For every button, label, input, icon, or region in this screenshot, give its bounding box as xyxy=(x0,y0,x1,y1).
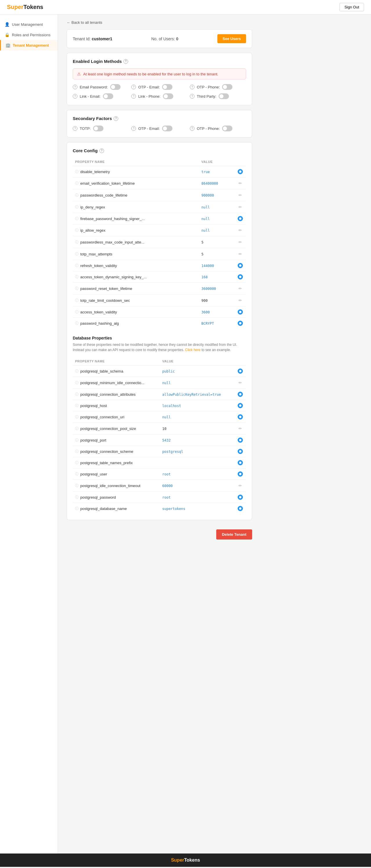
toggle-sf-otp-phone-switch[interactable] xyxy=(222,126,233,131)
toggle-otp-phone-switch[interactable] xyxy=(222,84,233,90)
prop-value-text: null xyxy=(202,217,210,221)
table-row: ⓘ postgresql_connection_uri null xyxy=(73,411,246,423)
radio-button[interactable] xyxy=(238,321,243,326)
info-circle-icon: ⓘ xyxy=(75,181,79,186)
lock-icon: 🔒 xyxy=(5,32,9,37)
info-icon-oe[interactable]: ? xyxy=(131,85,136,89)
toggle-third-party-switch[interactable] xyxy=(219,93,229,99)
edit-button[interactable]: ✏ xyxy=(237,204,243,210)
delete-tenant-button[interactable]: Delete Tenant xyxy=(216,529,252,539)
radio-button[interactable] xyxy=(238,471,243,476)
help-icon-sf[interactable]: ? xyxy=(114,116,118,121)
help-icon-login[interactable]: ? xyxy=(123,59,128,64)
users-count: 0 xyxy=(176,36,179,41)
secondary-factors-card: Secondary Factors ? ? TOTP: ? OTP - Emai… xyxy=(67,110,252,137)
info-icon-op[interactable]: ? xyxy=(190,85,194,89)
table-row: ⓘ postgresql_table_schema public xyxy=(73,366,246,377)
toggle-slider xyxy=(222,126,233,131)
radio-button[interactable] xyxy=(238,495,243,500)
radio-button[interactable] xyxy=(238,414,243,420)
edit-button[interactable]: ✏ xyxy=(237,227,243,233)
toggle-slider xyxy=(103,93,113,99)
info-circle-icon: ⓘ xyxy=(75,228,79,233)
back-link[interactable]: ← Back to all tenants xyxy=(67,20,252,25)
prop-value-text: supertokens xyxy=(162,507,185,511)
radio-button[interactable] xyxy=(238,216,243,221)
toggle-link-phone-switch[interactable] xyxy=(163,93,173,99)
edit-button[interactable]: ✏ xyxy=(237,192,243,198)
toggle-email-password-switch[interactable] xyxy=(110,84,121,90)
radio-button[interactable] xyxy=(238,506,243,511)
radio-button[interactable] xyxy=(238,449,243,454)
info-icon-le[interactable]: ? xyxy=(73,94,78,99)
toggle-third-party: ? Third Party: xyxy=(190,93,246,99)
prop-name-text: postgresql_database_name xyxy=(80,506,127,511)
radio-dot xyxy=(239,496,242,498)
info-icon-ep[interactable]: ? xyxy=(73,85,78,89)
edit-button[interactable]: ✏ xyxy=(237,426,243,431)
table-row: ⓘ postgresql_table_names_prefix xyxy=(73,457,246,468)
radio-dot xyxy=(239,473,242,475)
prop-name-text: ip_allow_regex xyxy=(80,228,105,232)
toggle-otp-phone: ? OTP - Phone: xyxy=(190,84,246,90)
radio-button[interactable] xyxy=(238,403,243,408)
prop-name-text: totp_max_attempts xyxy=(80,252,113,256)
prop-value-text: public xyxy=(162,369,175,373)
tenant-id: Tenant Id: customer1 xyxy=(73,36,112,41)
edit-button[interactable]: ✏ xyxy=(237,298,243,303)
radio-button[interactable] xyxy=(238,169,243,174)
sign-out-button[interactable]: Sign Out xyxy=(339,3,364,11)
radio-dot xyxy=(239,393,242,396)
radio-button[interactable] xyxy=(238,369,243,374)
radio-button[interactable] xyxy=(238,309,243,315)
prop-value-text: root xyxy=(162,495,171,499)
table-row: ⓘ totp_rate_limit_cooldown_sec 900✏ xyxy=(73,294,246,306)
toggle-otp-email-switch[interactable] xyxy=(162,84,173,90)
radio-button[interactable] xyxy=(238,274,243,279)
sidebar-item-roles-permissions[interactable]: 🔒 Roles and Permissions xyxy=(0,30,58,40)
toggle-link-email-switch[interactable] xyxy=(103,93,113,99)
radio-button[interactable] xyxy=(238,437,243,443)
prop-name: ⓘ passwordless_max_code_input_atte... xyxy=(75,240,197,245)
edit-button[interactable]: ✏ xyxy=(237,483,243,489)
label-link-phone: Link - Phone: xyxy=(138,94,161,99)
prop-value-text: 5432 xyxy=(162,438,171,442)
toggle-sf-otp-email-switch[interactable] xyxy=(162,126,173,131)
toggle-totp-switch[interactable] xyxy=(93,126,103,131)
edit-button[interactable]: ✏ xyxy=(237,285,243,291)
db-desc-text-2: to see an example. xyxy=(202,348,231,352)
prop-name-text: postgresql_connection_uri xyxy=(80,415,124,419)
info-circle-icon: ⓘ xyxy=(75,380,79,385)
prop-name: ⓘ postgresql_minimum_idle_connectio... xyxy=(75,380,158,385)
radio-button[interactable] xyxy=(238,460,243,465)
info-icon-totp[interactable]: ? xyxy=(73,126,78,131)
user-icon: 👤 xyxy=(5,22,9,27)
prop-name: ⓘ ip_deny_regex xyxy=(75,205,197,210)
core-config-card: Core Config ? PROPERTY NAME VALUE ⓘ disa… xyxy=(67,142,252,520)
prop-name: ⓘ access_token_dynamic_signing_key_... xyxy=(75,275,197,279)
prop-value-text: localhost xyxy=(162,404,181,408)
table-row: ⓘ postgresql_connection_attributes allow… xyxy=(73,389,246,400)
edit-button[interactable]: ✏ xyxy=(237,239,243,245)
prop-value-text: 10 xyxy=(162,427,166,431)
radio-button[interactable] xyxy=(238,263,243,268)
prop-name: ⓘ totp_rate_limit_cooldown_sec xyxy=(75,298,197,303)
prop-value-text: 144000 xyxy=(202,264,214,268)
info-icon-lp[interactable]: ? xyxy=(131,94,136,99)
info-icon-tp[interactable]: ? xyxy=(190,94,194,99)
edit-button[interactable]: ✏ xyxy=(237,180,243,186)
edit-button[interactable]: ✏ xyxy=(237,380,243,385)
radio-button[interactable] xyxy=(238,392,243,397)
prop-name: ⓘ password_reset_token_lifetime xyxy=(75,286,197,291)
edit-button[interactable]: ✏ xyxy=(237,251,243,257)
info-circle-icon: ⓘ xyxy=(75,438,79,443)
see-users-button[interactable]: See Users xyxy=(217,34,246,43)
sidebar-item-user-management[interactable]: 👤 User Management xyxy=(0,19,58,30)
sidebar-item-tenant-management[interactable]: 🏢 Tenant Management xyxy=(0,40,58,51)
click-here-link[interactable]: Click here xyxy=(185,348,200,352)
header: SuperTokens Sign Out xyxy=(0,0,371,14)
help-icon-cc[interactable]: ? xyxy=(99,149,104,153)
info-icon-sf-oe[interactable]: ? xyxy=(131,126,136,131)
building-icon: 🏢 xyxy=(5,43,10,48)
info-icon-sf-op[interactable]: ? xyxy=(190,126,194,131)
